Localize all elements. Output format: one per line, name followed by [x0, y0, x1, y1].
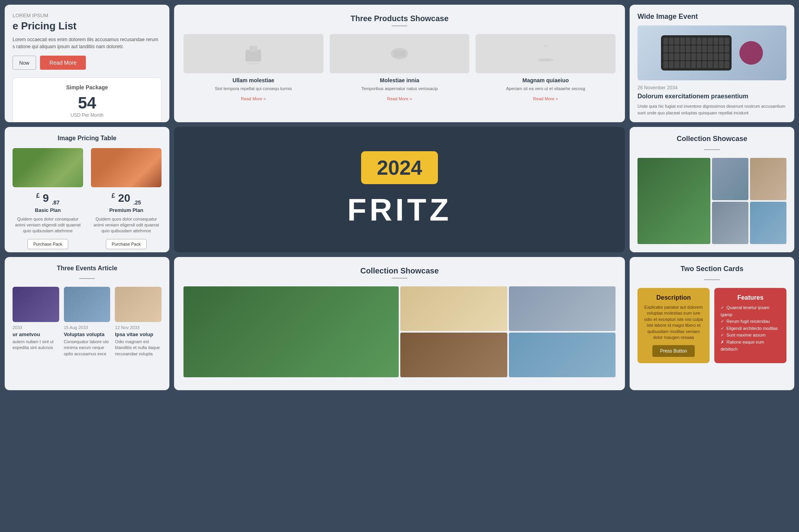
- cb-img-3: [509, 286, 616, 331]
- key: [691, 38, 696, 45]
- pricing-list-title: e Pricing List: [13, 20, 162, 32]
- key: [680, 38, 685, 45]
- key: [708, 38, 712, 45]
- svg-point-2: [247, 62, 259, 65]
- feature-li-2: Rerum fugit reiciendau: [721, 318, 780, 325]
- cb-img-2: [400, 286, 507, 331]
- press-button[interactable]: Press Button: [652, 345, 695, 357]
- year-badge: 2024: [361, 151, 438, 184]
- premium-cents: .25: [133, 199, 141, 206]
- basic-purchase-button[interactable]: Purchase Pack: [27, 239, 68, 249]
- event-title-3: Ipsa vitae volup: [115, 331, 162, 337]
- event-thumb-1: [13, 287, 59, 322]
- key: [697, 61, 701, 68]
- key: [680, 45, 685, 52]
- key: [702, 61, 707, 68]
- key: [719, 61, 724, 68]
- basic-currency: £: [36, 192, 40, 199]
- basic-cents: .87: [52, 199, 59, 206]
- key: [663, 53, 668, 60]
- feature-li-4: Sunt maxime assum: [721, 332, 780, 339]
- fritz-logo-text: FRITZ: [347, 192, 452, 228]
- read-more-button[interactable]: Read More: [40, 56, 86, 70]
- showcase-img-3: [750, 158, 786, 200]
- key: [725, 45, 729, 52]
- product-readmore-3[interactable]: Read More »: [533, 96, 558, 101]
- product-readmore-1[interactable]: Read More »: [241, 96, 266, 101]
- basic-price-value: 9: [43, 192, 49, 204]
- three-products-card: Three Products Showcase Ullam molestiae …: [174, 5, 625, 122]
- product-subtitle-3: Aperiam sit ea vero ut et vitaaehe secos…: [476, 86, 616, 92]
- event-thumb-2: [64, 287, 111, 322]
- key: [702, 45, 707, 52]
- collection-bottom-grid: [183, 286, 616, 377]
- key: [691, 45, 696, 52]
- product-subtitle-1: Sint tempora repellat qui consequ turmis: [183, 86, 323, 92]
- svg-point-7: [538, 58, 554, 62]
- three-events-card: Three Events Article 2033 ur ametvou aut…: [5, 257, 169, 390]
- product-icon-2: [388, 42, 411, 65]
- premium-currency: £: [111, 192, 115, 199]
- premium-price-value: 20: [118, 192, 130, 204]
- cb-img-1: [183, 286, 399, 377]
- key: [702, 53, 707, 60]
- events-divider: [79, 278, 95, 279]
- feature-li-3: Eligendi architecto modilas: [721, 325, 780, 332]
- wide-event-image: [637, 25, 786, 80]
- event-date-1: 2033: [13, 325, 59, 330]
- key: [697, 53, 701, 60]
- key: [680, 53, 685, 60]
- basic-plan-name: Basic Plan: [13, 207, 83, 213]
- product-readmore-2[interactable]: Read More »: [387, 96, 412, 101]
- two-sections-grid: Description Explicabo pariatur aut dolor…: [637, 288, 786, 363]
- products-grid: Ullam molestiae Sint tempora repellat qu…: [183, 34, 616, 102]
- key: [719, 38, 724, 45]
- events-grid: 2033 ur ametvou autem nullam t sint ut e…: [13, 287, 162, 357]
- food-image-1: [13, 148, 83, 187]
- event-item-3: 12 Nov 2033 Ipsa vitae volup Odio magnam…: [115, 287, 162, 357]
- key: [708, 61, 712, 68]
- two-section-title: Two Section Cards: [637, 265, 786, 273]
- event-date-2: 15 Aug 2033: [64, 325, 111, 330]
- now-button[interactable]: Now: [13, 56, 36, 70]
- key: [674, 61, 679, 68]
- key: [697, 38, 701, 45]
- description-section: Description Explicabo pariatur aut dolor…: [637, 288, 710, 363]
- products-title: Three Products Showcase: [183, 14, 616, 23]
- key: [691, 61, 696, 68]
- cb-img-5: [509, 333, 616, 377]
- product-name-1: Ullam molestiae: [183, 77, 323, 83]
- event-item-2: 15 Aug 2033 Voluptas volupta Consequatur…: [64, 287, 111, 357]
- premium-plan-name: Premium Plan: [91, 207, 162, 213]
- product-item-1: Ullam molestiae Sint tempora repellat qu…: [183, 34, 323, 102]
- key: [719, 45, 724, 52]
- key: [714, 53, 718, 60]
- event-thumb-3: [115, 287, 162, 322]
- collection-showcase-title: Collection Showcase: [637, 135, 786, 143]
- package-price-unit: USD Per Month: [19, 112, 155, 118]
- image-pricing-table-card: Image Pricing Table £ 9 .87 Basic Plan Q…: [5, 127, 169, 252]
- events-title: Three Events Article: [13, 265, 162, 272]
- key: [719, 53, 724, 60]
- key: [663, 45, 668, 52]
- key: [663, 61, 668, 68]
- key: [680, 61, 685, 68]
- product-subtitle-2: Temporibus aspernatur natus veriosacip: [330, 86, 470, 92]
- premium-purchase-button[interactable]: Purchase Pack: [106, 239, 147, 249]
- basic-plan-desc: Quidem quos dolor consequatur animi veni…: [13, 216, 83, 234]
- key: [674, 53, 679, 60]
- features-list: Quaerat tenetur ipsam igamp Rerum fugit …: [721, 304, 780, 353]
- key: [663, 38, 668, 45]
- showcase-img-5: [750, 202, 786, 244]
- key: [691, 53, 696, 60]
- showcase-main-img: [637, 158, 710, 244]
- svg-rect-1: [249, 46, 257, 52]
- premium-price: £ 20 .25: [91, 192, 162, 206]
- key: [674, 45, 679, 52]
- key: [697, 45, 701, 52]
- product-icon-1: [242, 42, 265, 65]
- ipsum-label: LOREM IPSUM: [13, 13, 162, 18]
- key: [669, 53, 674, 60]
- key: [708, 53, 712, 60]
- package-price: 54: [19, 94, 155, 112]
